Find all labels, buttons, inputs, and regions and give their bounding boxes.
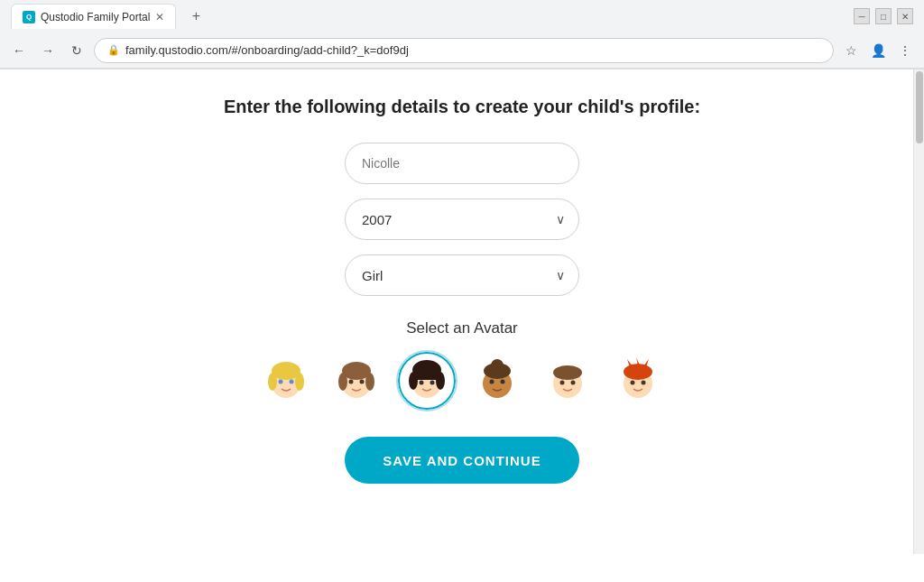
gender-select-wrapper: Girl Boy ∨ [345,254,579,296]
form-heading: Enter the following details to create yo… [224,97,700,117]
svg-point-10 [349,380,354,384]
avatar-boy-red[interactable] [609,352,667,410]
svg-rect-16 [412,373,441,380]
browser-chrome: Q Qustodio Family Portal ✕ + ─ □ ✕ ← → ↻… [0,0,924,69]
svg-point-3 [295,373,304,391]
svg-point-18 [430,381,435,385]
svg-point-29 [624,364,652,380]
svg-point-34 [642,381,646,385]
bookmark-button[interactable]: ☆ [839,39,863,62]
maximize-button[interactable]: □ [875,8,892,24]
svg-point-27 [571,381,576,385]
svg-point-25 [553,365,582,380]
svg-point-11 [360,380,365,384]
tab-favicon: Q [23,11,35,23]
svg-point-9 [365,373,374,391]
new-tab-button[interactable]: + [183,4,208,29]
refresh-button[interactable]: ↻ [65,39,88,62]
avatar-girl-dark[interactable] [398,352,456,410]
window-controls: ─ □ ✕ [854,8,913,24]
back-button[interactable]: ← [7,39,31,62]
avatar-girl-braids[interactable] [468,352,526,410]
svg-point-2 [268,373,277,391]
title-bar: Q Qustodio Family Portal ✕ + ─ □ ✕ [0,0,924,32]
year-select-wrapper: 2007 2000 2001 2002 2003 2004 2005 2006 … [345,199,579,240]
forward-button[interactable]: → [36,39,60,62]
child-name-input[interactable] [345,143,579,184]
minimize-button[interactable]: ─ [854,8,870,24]
svg-point-4 [279,380,283,384]
svg-point-8 [338,373,347,391]
browser-tab[interactable]: Q Qustodio Family Portal ✕ [11,4,176,29]
scrollbar[interactable] [913,69,924,554]
scrollbar-thumb[interactable] [916,71,923,143]
toolbar-right: ☆ 👤 ⋮ [839,39,917,62]
page-content: Enter the following details to create yo… [0,69,924,554]
tab-title: Qustodio Family Portal [41,11,150,23]
menu-button[interactable]: ⋮ [893,39,917,62]
avatar-girl-brown[interactable] [328,352,385,410]
avatar-boy-brown[interactable] [539,352,596,410]
avatar-girl-blonde[interactable] [257,352,315,410]
svg-point-5 [290,380,294,384]
svg-point-22 [490,380,494,384]
address-bar: ← → ↻ 🔒 family.qustodio.com/#/onboarding… [0,32,924,69]
save-and-continue-button[interactable]: SAVE AND CONTINUE [345,437,579,484]
lock-icon: 🔒 [107,44,120,56]
title-bar-left: Q Qustodio Family Portal ✕ + [11,4,208,29]
avatar-section: Select an Avatar [257,319,667,410]
gender-select[interactable]: Girl Boy [345,254,579,296]
tab-close-button[interactable]: ✕ [155,11,164,23]
url-field[interactable]: 🔒 family.qustodio.com/#/onboarding/add-c… [94,38,834,63]
birth-year-select[interactable]: 2007 2000 2001 2002 2003 2004 2005 2006 … [345,199,579,240]
avatar-section-label: Select an Avatar [406,319,518,337]
svg-point-21 [491,359,504,372]
avatar-row [257,352,667,410]
account-button[interactable]: 👤 [866,39,890,62]
close-button[interactable]: ✕ [897,8,913,24]
svg-point-17 [420,381,424,385]
svg-point-33 [631,381,635,385]
svg-point-23 [501,380,505,384]
svg-point-26 [560,381,565,385]
url-text: family.qustodio.com/#/onboarding/add-chi… [125,43,409,57]
